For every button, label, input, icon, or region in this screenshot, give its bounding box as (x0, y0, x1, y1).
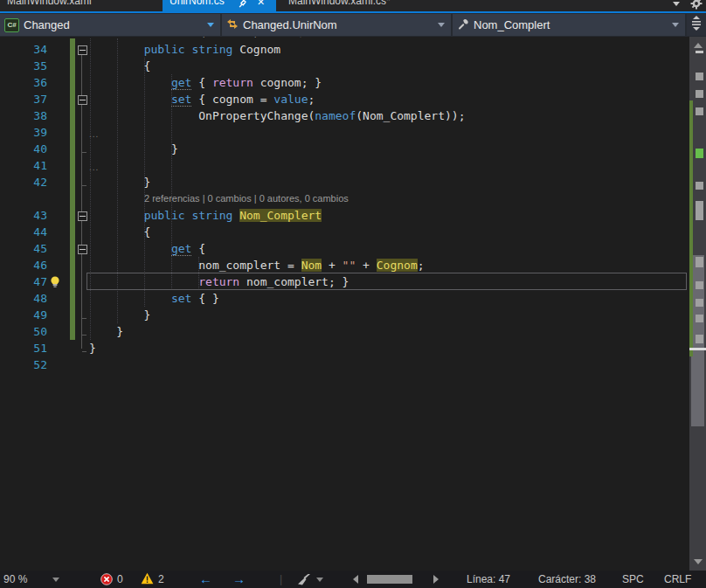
code-token[interactable]: (Nom_Complert)); (356, 109, 465, 122)
code-line[interactable]: { (89, 58, 150, 74)
scroll-left-icon[interactable] (353, 575, 358, 584)
split-editor-button[interactable] (687, 14, 706, 36)
code-token[interactable]: "" (343, 259, 356, 272)
project-dropdown[interactable]: C# Changed (0, 14, 220, 36)
line-number[interactable]: 43 (0, 207, 47, 224)
code-line[interactable]: set { cognom = value; (89, 91, 315, 107)
line-number[interactable]: 49 (0, 307, 47, 323)
code-token[interactable]: } (89, 142, 178, 156)
code-line[interactable]: } (89, 174, 150, 190)
code-token[interactable]: nom_complert; } (239, 275, 349, 288)
line-number[interactable]: 36 (0, 74, 47, 91)
code-token[interactable]: } (89, 325, 123, 338)
code-token[interactable]: set (171, 292, 191, 305)
code-token[interactable]: public (144, 43, 185, 56)
code-line[interactable]: } (89, 141, 178, 157)
line-number[interactable]: 52 (0, 356, 47, 373)
line-number[interactable]: 34 (0, 41, 47, 58)
code-token[interactable]: { } (191, 292, 218, 305)
code-line[interactable]: } (89, 340, 96, 356)
line-number[interactable]: 46 (0, 257, 47, 273)
code-line[interactable]: return nom_complert; } (89, 273, 349, 290)
code-line[interactable]: set { } (89, 290, 219, 307)
code-token[interactable]: get (171, 242, 191, 256)
code-token[interactable]: { (89, 59, 150, 73)
codelens[interactable]: 2 referencias | 0 cambios | 0 autores, 0… (144, 190, 349, 207)
code-token[interactable]: value (273, 93, 308, 106)
fold-collapse-box[interactable] (78, 245, 87, 254)
code-token[interactable]: return (212, 76, 253, 89)
code-token[interactable]: } (89, 176, 150, 189)
vertical-scrollbar[interactable] (689, 37, 706, 571)
code-line[interactable]: get { return cognom; } (89, 74, 322, 91)
navigate-back-icon[interactable]: ← (199, 571, 212, 586)
code-token[interactable]: string (191, 209, 232, 222)
horizontal-scrollbar-thumb[interactable] (367, 575, 412, 584)
code-token[interactable]: public (144, 209, 185, 222)
code-token[interactable]: Cognom (239, 43, 280, 56)
code-token[interactable]: Nom_Complert (239, 209, 322, 222)
code-token[interactable]: get (171, 76, 191, 90)
warning-icon[interactable] (141, 572, 154, 587)
code-token[interactable]: Cognom (377, 259, 418, 272)
line-number[interactable]: 39 (0, 124, 47, 141)
code-token[interactable]: { (191, 76, 211, 89)
warning-count[interactable]: 2 (158, 573, 164, 585)
line-number[interactable]: 47 (0, 273, 47, 290)
code-line[interactable]: { (89, 224, 150, 240)
code-token[interactable]: } (89, 308, 150, 322)
code-token[interactable] (89, 93, 171, 106)
line-number[interactable]: 42 (0, 174, 47, 190)
code-line[interactable]: get { (89, 240, 205, 257)
code-token[interactable]: + (356, 259, 376, 272)
broom-icon[interactable] (297, 574, 311, 588)
chevron-down-icon[interactable] (673, 0, 680, 6)
fold-collapse-box[interactable] (78, 45, 87, 55)
chevron-down-icon[interactable] (52, 578, 59, 582)
code-token[interactable]: ; (418, 259, 425, 272)
code-token[interactable]: { cognom = (191, 93, 273, 106)
code-token[interactable]: Nom (301, 259, 322, 272)
code-token[interactable]: set (171, 93, 191, 107)
code-token[interactable] (89, 76, 171, 89)
code-line[interactable]: } (89, 307, 150, 323)
tab-unirnom-cs[interactable]: UnirNom.cs ✕ (163, 0, 276, 11)
type-dropdown[interactable]: Changed.UnirNom (222, 14, 451, 36)
lightbulb-icon[interactable] (49, 275, 61, 293)
line-number[interactable]: 35 (0, 58, 47, 74)
code-token[interactable]: nom_complert = (89, 259, 301, 272)
line-number[interactable]: 48 (0, 290, 47, 307)
error-count[interactable]: 0 (117, 573, 123, 585)
code-token[interactable]: cognom; } (253, 76, 322, 89)
fold-collapse-box[interactable] (78, 211, 87, 221)
code-line[interactable]: } (89, 323, 123, 340)
error-icon[interactable] (100, 573, 113, 588)
line-number[interactable]: 38 (0, 107, 47, 124)
fold-collapse-box[interactable] (78, 95, 87, 105)
code-line[interactable]: public string Nom_Complert (89, 207, 322, 224)
pin-icon[interactable] (238, 0, 247, 11)
tab-mainwindow-xaml-cs[interactable]: MainWindow.xaml.cs* (281, 0, 412, 11)
navigate-forward-icon[interactable]: → (232, 571, 246, 586)
code-token[interactable]: OnPropertyChange( (89, 109, 315, 122)
code-token[interactable] (89, 209, 144, 222)
code-token[interactable]: ; (308, 93, 315, 106)
line-number[interactable]: 41 (0, 157, 47, 174)
close-icon[interactable]: ✕ (257, 0, 265, 8)
chevron-down-icon[interactable] (316, 578, 323, 582)
tab-mainwindow-xaml[interactable]: MainWindow.xaml (0, 0, 114, 11)
line-number[interactable]: 44 (0, 224, 47, 240)
code-token[interactable]: } (89, 342, 96, 355)
scroll-down-icon[interactable] (694, 559, 703, 564)
scroll-up-icon[interactable] (694, 43, 703, 48)
zoom-level[interactable]: 90 % (3, 573, 27, 585)
code-token[interactable]: { (191, 242, 205, 255)
line-number[interactable]: 51 (0, 340, 47, 356)
code-token[interactable]: string (191, 43, 232, 56)
line-number[interactable]: 37 (0, 91, 47, 107)
code-token[interactable]: + (322, 259, 342, 272)
code-line[interactable]: public string Cognom (89, 41, 280, 58)
code-token[interactable] (89, 43, 144, 56)
code-editor[interactable]: 0 referencias | 0 cambios | 0 autores, 0… (0, 37, 689, 571)
code-token[interactable]: { (89, 225, 150, 239)
